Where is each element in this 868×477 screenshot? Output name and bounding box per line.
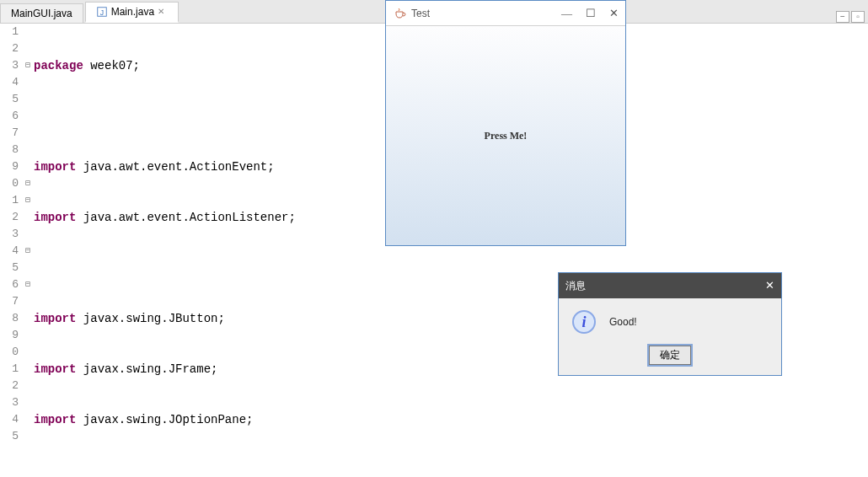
ok-button[interactable]: 确定 <box>649 346 691 365</box>
press-me-button[interactable]: Press Me! <box>485 130 528 142</box>
fold-gutter <box>22 24 34 477</box>
dialog-title: 消息 <box>565 279 586 293</box>
tab-maingui[interactable]: MainGUI.java <box>0 3 83 23</box>
maximize-icon[interactable]: ☐ <box>586 7 596 20</box>
java-file-icon: J <box>96 6 108 18</box>
window-content: Press Me! <box>386 26 625 245</box>
fold-icon[interactable] <box>22 243 34 260</box>
fold-icon[interactable] <box>22 276 34 293</box>
fold-icon[interactable] <box>22 192 34 209</box>
info-icon: i <box>572 310 596 334</box>
line-number-gutter: 12345 67890 12345 67890 12345 <box>0 24 22 477</box>
window-title: Test <box>411 8 430 19</box>
fold-icon[interactable] <box>22 175 34 192</box>
tab-label: Main.java <box>111 6 154 18</box>
close-icon[interactable]: ✕ <box>158 7 168 17</box>
tab-label: MainGUI.java <box>11 8 72 19</box>
close-icon[interactable]: ✕ <box>765 279 774 292</box>
swing-test-window: Test — ☐ ✕ Press Me! <box>385 0 626 246</box>
java-icon <box>393 7 406 20</box>
window-titlebar[interactable]: Test — ☐ ✕ <box>386 1 625 26</box>
svg-text:J: J <box>100 8 104 17</box>
minimize-icon[interactable]: — <box>561 7 572 20</box>
dialog-content: i Good! 确定 <box>559 298 781 375</box>
minimize-icon[interactable]: − <box>836 11 849 23</box>
swing-message-dialog: 消息 ✕ i Good! 确定 <box>558 272 782 376</box>
maximize-icon[interactable]: ▫ <box>851 11 865 23</box>
tab-main[interactable]: J Main.java ✕ <box>85 2 179 23</box>
close-icon[interactable]: ✕ <box>609 7 619 20</box>
fold-icon[interactable] <box>22 57 34 74</box>
dialog-titlebar[interactable]: 消息 ✕ <box>559 273 781 298</box>
editor-window-controls: − ▫ <box>836 11 868 23</box>
dialog-message: Good! <box>609 316 637 328</box>
